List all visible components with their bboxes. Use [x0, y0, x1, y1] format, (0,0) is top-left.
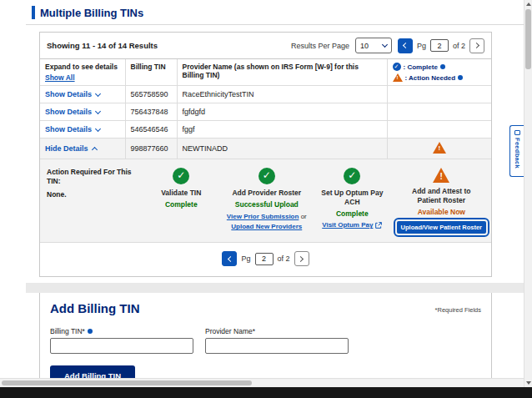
show-details-toggle[interactable]: Show Details: [45, 108, 100, 116]
horizontal-scrollbar[interactable]: [0, 378, 524, 387]
table-row-expanded: Hide Details 998877660 NEWTINADD: [40, 139, 491, 159]
vertical-scrollbar[interactable]: [524, 0, 532, 387]
step-add-provider-roster: Add Provider Roster Successful Upload Vi…: [226, 166, 309, 234]
pagination-top: Pg of 2: [398, 38, 484, 53]
status-cell: [387, 86, 491, 103]
hide-details-toggle[interactable]: Hide Details: [45, 144, 97, 153]
billing-tin-value: 565758590: [125, 86, 177, 103]
action-required-value: None.: [47, 190, 137, 199]
page-header: Multiple Billing TINs: [32, 6, 524, 19]
step-status: Complete: [140, 200, 223, 209]
horizontal-scrollbar-thumb[interactable]: [2, 380, 252, 385]
billing-tin-value: 546546546: [125, 121, 177, 139]
tin-detail-row: Action Required For This TIN: None. Vali…: [40, 159, 491, 243]
check-circle-icon: [344, 168, 360, 184]
billing-tin-field-group: Billing TIN*: [50, 327, 193, 354]
provider-name-value: fggf: [177, 121, 387, 139]
step-status: Complete: [311, 209, 394, 219]
results-summary: Showing 11 - 14 of 14 Results: [47, 41, 158, 50]
provider-name-value: NEWTINADD: [177, 139, 387, 159]
status-cell: [387, 139, 491, 159]
check-circle-icon: [173, 168, 189, 184]
chevron-up-icon: [91, 146, 97, 152]
chevron-down-icon: [95, 108, 101, 113]
results-per-page-label: Results Per Page: [291, 42, 349, 50]
pagination-bottom-wrap: Pg of 2: [40, 243, 491, 276]
header-billing-tin: Billing TIN: [125, 59, 177, 86]
bottom-edge-bar: [0, 387, 532, 398]
warning-triangle-icon: [433, 142, 446, 154]
show-all-link[interactable]: Show All: [45, 73, 75, 82]
results-per-page-select[interactable]: 10: [355, 38, 392, 53]
table-row: Show Details 546546546 fggf: [40, 121, 491, 139]
chevron-left-icon: [403, 43, 409, 48]
check-circle-icon: [258, 168, 275, 184]
add-billing-tin-form: Billing TIN* Provider Name*: [50, 327, 481, 354]
header-divider: [26, 24, 524, 25]
header-expand: Expand to see details Show All: [40, 59, 125, 86]
feedback-tab[interactable]: Feedback: [509, 125, 524, 177]
warning-triangle-icon: [393, 73, 403, 82]
page-number-input[interactable]: [430, 39, 449, 52]
provider-name-input[interactable]: [205, 338, 349, 354]
pagination-next-button[interactable]: [469, 38, 484, 53]
billing-tin-value: 998877660: [125, 139, 177, 159]
step-validate-tin: Validate TIN Complete: [140, 166, 223, 234]
provider-name-value: RaceEthnicityTestTIN: [177, 86, 387, 103]
pagination-of-label: of 2: [278, 254, 290, 263]
scroll-down-arrow-icon[interactable]: [526, 381, 531, 385]
table-row: Show Details 565758590 RaceEthnicityTest…: [40, 86, 491, 103]
section-divider-band: [26, 283, 524, 293]
pagination-prev-button[interactable]: [222, 251, 237, 266]
visit-optum-pay-link[interactable]: Visit Optum Pay: [322, 221, 382, 229]
step-optum-pay-ach: Set Up Optum Pay ACH Complete Visit Optu…: [311, 166, 394, 234]
billing-tin-value: 756437848: [125, 103, 177, 121]
scroll-up-arrow-icon[interactable]: [526, 3, 531, 6]
table-header-row: Expand to see details Show All Billing T…: [40, 59, 491, 86]
action-required-block: Action Required For This TIN: None.: [45, 166, 137, 234]
complete-check-icon: [393, 63, 401, 71]
chevron-down-icon: [95, 90, 101, 96]
show-details-toggle[interactable]: Show Details: [45, 125, 100, 134]
results-toolbar: Showing 11 - 14 of 14 Results Results Pe…: [40, 33, 491, 59]
chevron-left-icon: [228, 256, 233, 262]
chevron-down-icon: [95, 125, 101, 131]
add-billing-tin-title: Add Billing TIN: [50, 301, 139, 315]
provider-name-value: fgfdgfd: [177, 103, 387, 121]
pagination-pg-label: Pg: [241, 254, 250, 263]
step-patient-roster: Add and Attest to Patient Roster Availab…: [397, 166, 486, 234]
info-icon[interactable]: [440, 64, 445, 69]
warning-triangle-icon: [433, 168, 449, 183]
external-link-icon: [375, 222, 382, 229]
billing-tin-label: Billing TIN*: [50, 327, 193, 335]
step-status: Successful Upload: [226, 200, 309, 209]
info-icon[interactable]: [88, 329, 93, 334]
view-prior-submission-link[interactable]: View Prior Submission: [227, 213, 299, 220]
header-status-legend: : Complete : Action Needed: [387, 59, 491, 86]
provider-name-field-group: Provider Name*: [205, 327, 349, 354]
provider-name-label: Provider Name*: [205, 327, 349, 335]
upload-new-providers-link[interactable]: Upload New Providers: [231, 223, 302, 230]
vertical-scrollbar-thumb[interactable]: [525, 9, 531, 69]
pagination-bottom: Pg of 2: [222, 251, 309, 266]
action-required-label: Action Required For This TIN:: [47, 168, 137, 187]
step-status: Available Now: [397, 208, 486, 217]
pagination-next-button[interactable]: [294, 251, 309, 266]
feedback-bubble-icon: [514, 130, 520, 135]
required-fields-note: *Required Fields: [435, 306, 481, 315]
pagination-pg-label: Pg: [417, 42, 426, 50]
table-row: Show Details 756437848 fgfdgfd: [40, 103, 491, 121]
main-content: Multiple Billing TINs Showing 11 - 14 of…: [0, 0, 524, 387]
status-cell: [387, 121, 491, 139]
upload-view-patient-roster-button[interactable]: Upload/View Patient Roster: [397, 221, 486, 234]
page-number-input[interactable]: [255, 253, 274, 265]
billing-tin-input[interactable]: [50, 338, 193, 354]
chevron-right-icon: [298, 256, 304, 262]
info-icon[interactable]: [458, 75, 463, 80]
results-controls: Results Per Page 10 Pg of 2: [291, 38, 484, 53]
show-details-toggle[interactable]: Show Details: [45, 90, 100, 98]
chevron-down-icon: [382, 42, 388, 48]
pagination-prev-button[interactable]: [398, 38, 413, 53]
title-accent-bar: [32, 6, 35, 19]
billing-tins-panel: Showing 11 - 14 of 14 Results Results Pe…: [39, 32, 492, 277]
